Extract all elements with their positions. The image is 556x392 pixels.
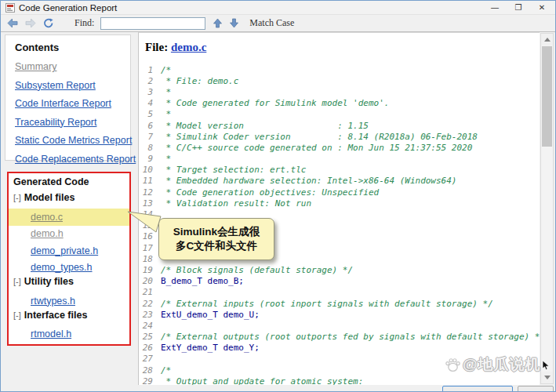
line-text: /* External inputs (root inport signals … xyxy=(161,299,493,309)
contents-link[interactable]: Code Interface Report xyxy=(15,98,130,109)
callout-text-line2: 多C文件和头文件 xyxy=(176,239,257,253)
line-number: 10 xyxy=(139,165,153,175)
scroll-down-button[interactable] xyxy=(541,372,553,383)
minimize-button[interactable]: — xyxy=(483,2,507,14)
contents-link[interactable]: Traceability Report xyxy=(15,117,130,128)
collapse-toggle-icon[interactable]: [-] xyxy=(13,277,21,286)
line-text: * xyxy=(161,109,171,119)
code-line: 25/* External outputs (root outports fed… xyxy=(139,332,540,343)
line-number: 25 xyxy=(139,332,153,342)
line-text: * Model version : 1.15 xyxy=(161,121,369,131)
file-row: rtmodel.h xyxy=(9,326,129,343)
toolbar: Find: Match Case xyxy=(1,15,555,32)
line-text: * Output and update for atomic system: xyxy=(161,376,363,385)
line-text: /* Block signals (default storage) */ xyxy=(161,265,353,275)
file-link[interactable]: demo.h xyxy=(31,228,64,239)
find-input[interactable] xyxy=(100,17,205,30)
contents-link[interactable]: Subsystem Report xyxy=(15,80,130,91)
code-line: 5 * xyxy=(139,109,540,120)
line-number: 26 xyxy=(139,343,153,353)
dialog-primary-button-partial[interactable] xyxy=(442,386,513,392)
find-previous-icon[interactable] xyxy=(213,18,222,28)
line-text: * Code generated for Simulink model 'dem… xyxy=(161,98,389,108)
line-number: 2 xyxy=(139,76,153,86)
vertical-scrollbar[interactable] xyxy=(540,33,554,384)
line-number: 1 xyxy=(139,65,153,75)
line-number: 9 xyxy=(139,154,153,164)
line-number: 22 xyxy=(139,299,153,309)
contents-link[interactable]: Summary xyxy=(15,61,130,72)
code-line: 7 * Simulink Coder version : 8.14 (R2018… xyxy=(139,131,540,142)
line-number: 28 xyxy=(139,365,153,376)
match-case-label[interactable]: Match Case xyxy=(249,17,294,29)
line-text: * Validation result: Not run xyxy=(161,198,311,209)
file-heading-link[interactable]: demo.c xyxy=(171,41,206,53)
code-line: 26ExtY_demo_T demo_Y; xyxy=(139,343,540,354)
file-row: demo.h xyxy=(9,226,129,243)
back-icon[interactable] xyxy=(7,18,18,28)
line-number: 12 xyxy=(139,187,153,198)
line-number: 17 xyxy=(139,243,153,253)
code-line: 24 xyxy=(139,320,540,331)
refresh-icon[interactable] xyxy=(43,18,54,28)
line-text: * Simulink Coder version : 8.14 (R2018a)… xyxy=(161,132,478,142)
code-line: 12 * Code generation objectives: Unspeci… xyxy=(139,187,540,198)
line-number: 29 xyxy=(139,376,153,385)
file-row: demo_private.h xyxy=(9,242,129,260)
code-line: 20B_demo_T demo_B; xyxy=(139,276,540,287)
line-number: 5 xyxy=(139,109,153,119)
triangle-up-icon xyxy=(544,38,551,42)
line-number: 3 xyxy=(139,87,153,97)
line-text: * Target selection: ert.tlc xyxy=(161,165,306,175)
line-number: 4 xyxy=(139,98,153,108)
contents-link[interactable]: Code Replacements Report xyxy=(15,154,130,165)
dialog-secondary-button-partial[interactable] xyxy=(518,386,554,392)
contents-link[interactable]: Static Code Metrics Report xyxy=(15,135,130,146)
line-number: 7 xyxy=(139,132,153,142)
close-button[interactable]: ✕ xyxy=(530,2,554,14)
file-link[interactable]: rtmodel.h xyxy=(31,328,71,339)
line-text: B_demo_T demo_B; xyxy=(161,276,244,286)
collapse-toggle-icon[interactable]: [-] xyxy=(13,193,21,202)
code-line: 27 xyxy=(139,354,540,365)
forward-icon[interactable] xyxy=(25,18,36,28)
code-line: 10 * Target selection: ert.tlc xyxy=(139,165,540,176)
file-link[interactable]: demo_private.h xyxy=(31,245,98,256)
line-text: /* xyxy=(161,65,171,75)
file-group-name: Interface files xyxy=(24,310,88,321)
line-text: ExtU_demo_T demo_U; xyxy=(161,310,260,320)
line-number: 27 xyxy=(139,354,153,364)
line-number: 24 xyxy=(139,321,153,331)
line-text: * File: demo.c xyxy=(161,76,238,86)
code-line: 19/* Block signals (default storage) */ xyxy=(139,264,540,275)
find-label: Find: xyxy=(74,17,94,29)
line-number: 21 xyxy=(139,287,153,297)
scroll-up-button[interactable] xyxy=(541,34,553,45)
code-line: 22/* External inputs (root inport signal… xyxy=(139,298,540,309)
line-text: /* External outputs (root outports fed b… xyxy=(161,332,540,342)
file-group-name: Model files xyxy=(24,192,75,203)
file-row: rtwtypes.h xyxy=(9,292,129,310)
line-number: 8 xyxy=(139,143,153,153)
code-line: 2 * File: demo.c xyxy=(139,75,540,86)
maximize-button[interactable]: ❐ xyxy=(507,2,530,14)
code-line: 13 * Validation result: Not run xyxy=(139,198,540,209)
file-group-label: [-]Utility files xyxy=(13,276,129,289)
code-line: 6 * Model version : 1.15 xyxy=(139,120,540,131)
line-text: ExtY_demo_T demo_Y; xyxy=(161,343,260,353)
file-link[interactable]: rtwtypes.h xyxy=(31,296,75,307)
line-text: * Embedded hardware selection: Intel->x8… xyxy=(161,176,457,186)
find-next-icon[interactable] xyxy=(230,18,238,28)
line-number: 6 xyxy=(139,121,153,131)
file-link[interactable]: demo_types.h xyxy=(31,262,93,273)
code-line: 9 * xyxy=(139,154,540,165)
collapse-toggle-icon[interactable]: [-] xyxy=(13,310,21,320)
line-number: 23 xyxy=(139,310,153,320)
scroll-thumb[interactable] xyxy=(542,46,552,147)
file-link[interactable]: demo.c xyxy=(31,212,63,223)
triangle-down-icon xyxy=(544,376,551,379)
code-generation-report-window: Code Generation Report — ❐ ✕ Find: Match… xyxy=(0,0,556,392)
code-line: 28/* xyxy=(139,365,540,376)
main-content: File: demo.c 1/*2 * File: demo.c3 *4 * C… xyxy=(138,32,540,385)
report-app-icon xyxy=(5,3,15,13)
